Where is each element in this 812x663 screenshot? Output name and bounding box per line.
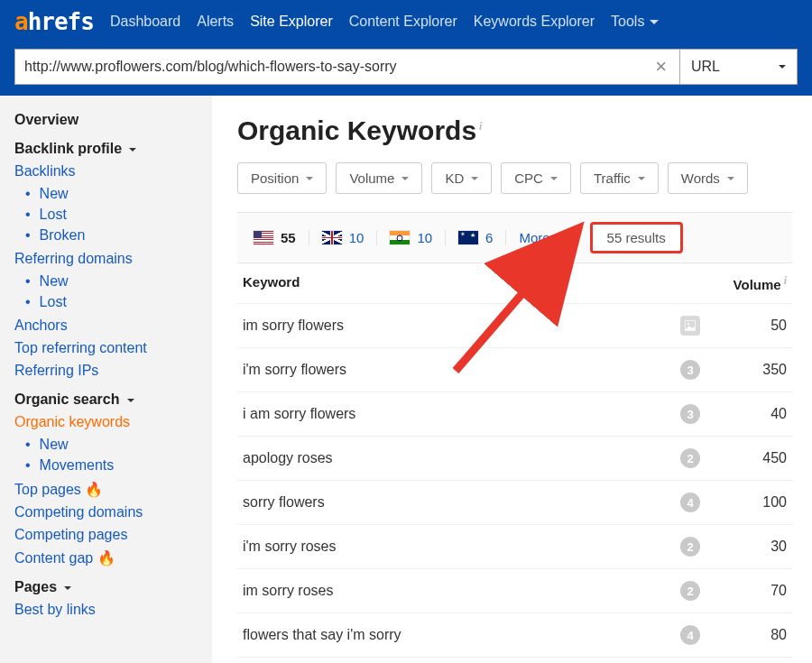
image-icon — [680, 316, 700, 336]
sidebar-referring-domains[interactable]: Referring domains — [14, 251, 198, 267]
sidebar-rd-new[interactable]: New — [25, 273, 198, 290]
sidebar-organic-keywords[interactable]: Organic keywords — [14, 414, 198, 430]
main-content: Organic Keywordsi Position Volume KD CPC… — [212, 96, 812, 663]
logo-a: a — [14, 8, 28, 35]
nav-alerts[interactable]: Alerts — [197, 14, 234, 30]
nav-site-explorer[interactable]: Site Explorer — [250, 14, 333, 30]
keyword-cell: i'm sorry flowers — [243, 362, 680, 378]
volume-cell: 30 — [724, 539, 787, 555]
sidebar-anchors[interactable]: Anchors — [14, 318, 198, 334]
flag-au-icon — [458, 231, 478, 244]
keyword-cell: flowers that say i'm sorry — [243, 627, 680, 643]
table-row[interactable]: flowers that mean i'm sorry470 — [237, 658, 792, 663]
keyword-cell: sorry flowers — [243, 494, 680, 511]
sidebar-top-ref-content[interactable]: Top referring content — [14, 340, 198, 356]
country-au[interactable]: 6 — [446, 230, 506, 245]
position-badge: 3 — [680, 360, 700, 380]
sidebar-overview[interactable]: Overview — [14, 112, 198, 128]
nav-keywords-explorer[interactable]: Keywords Explorer — [474, 14, 595, 30]
sidebar: Overview Backlink profile Backlinks New … — [0, 96, 212, 663]
table-row[interactable]: im sorry flowers50 — [237, 304, 792, 348]
sidebar-backlinks[interactable]: Backlinks — [14, 163, 198, 180]
position-badge: 4 — [680, 625, 700, 645]
sidebar-content-gap[interactable]: Content gap 🔥 — [14, 549, 198, 566]
table-row[interactable]: i'm sorry flowers3350 — [237, 348, 792, 392]
sidebar-best-by-links[interactable]: Best by links — [14, 602, 198, 618]
logo-rest: hrefs — [28, 8, 94, 35]
table-row[interactable]: sorry flowers4100 — [237, 481, 792, 525]
sidebar-competing-domains[interactable]: Competing domains — [14, 504, 198, 520]
filter-words[interactable]: Words — [668, 162, 748, 194]
sidebar-referring-ips[interactable]: Referring IPs — [14, 363, 198, 379]
url-input[interactable] — [24, 59, 651, 75]
flag-us-icon — [254, 231, 273, 244]
position-badge: 2 — [680, 448, 700, 468]
sidebar-ok-new[interactable]: New — [25, 437, 198, 453]
sidebar-backlink-profile[interactable]: Backlink profile — [14, 141, 198, 157]
country-gb-count: 10 — [349, 230, 364, 245]
sidebar-pages[interactable]: Pages — [14, 579, 198, 595]
filter-traffic[interactable]: Traffic — [580, 162, 659, 194]
sidebar-backlinks-lost[interactable]: Lost — [25, 207, 198, 223]
position-badge: 2 — [680, 581, 700, 601]
nav-tools[interactable]: Tools — [611, 14, 659, 30]
table-row[interactable]: apology roses2450 — [237, 437, 792, 481]
keyword-cell: i'm sorry roses — [243, 539, 680, 555]
mode-select-label: URL — [691, 59, 720, 75]
keyword-cell: im sorry roses — [243, 583, 680, 599]
sidebar-backlinks-new[interactable]: New — [25, 186, 198, 202]
position-badge: 2 — [680, 537, 700, 557]
page-title: Organic Keywordsi — [237, 115, 792, 146]
logo[interactable]: ahrefs — [14, 8, 94, 35]
table-row[interactable]: flowers that say i'm sorry480 — [237, 613, 792, 658]
nav-dashboard[interactable]: Dashboard — [110, 14, 180, 30]
filter-kd[interactable]: KD — [431, 162, 492, 194]
volume-cell: 50 — [724, 318, 787, 334]
col-keyword[interactable]: Keyword — [243, 274, 300, 292]
keyword-cell: apology roses — [243, 450, 680, 466]
sidebar-competing-pages[interactable]: Competing pages — [14, 527, 198, 543]
country-more[interactable]: More — [506, 230, 577, 245]
keyword-table-head: Keyword Volumei — [237, 263, 792, 304]
country-gb[interactable]: 10 — [309, 230, 378, 245]
position-badge: 4 — [680, 493, 700, 512]
filter-volume[interactable]: Volume — [336, 162, 422, 194]
url-input-wrap: × — [14, 49, 680, 85]
top-nav-bar: ahrefs Dashboard Alerts Site Explorer Co… — [0, 0, 812, 43]
sidebar-ok-movements[interactable]: Movements — [25, 457, 198, 474]
country-in[interactable]: 10 — [377, 230, 446, 245]
keyword-table: Keyword Volumei im sorry flowers50i'm so… — [237, 263, 792, 663]
results-count-box: 55 results — [590, 222, 683, 253]
sidebar-top-pages[interactable]: Top pages 🔥 — [14, 481, 198, 498]
info-icon[interactable]: i — [479, 120, 482, 133]
keyword-cell: i am sorry flowers — [243, 406, 680, 422]
country-au-count: 6 — [485, 230, 493, 245]
table-row[interactable]: i'm sorry roses230 — [237, 525, 792, 569]
filter-row: Position Volume KD CPC Traffic Words — [237, 162, 792, 194]
flag-in-icon — [390, 231, 410, 244]
mode-select[interactable]: URL — [680, 49, 798, 85]
filter-position[interactable]: Position — [237, 162, 327, 194]
sidebar-rd-lost[interactable]: Lost — [25, 294, 198, 310]
sidebar-organic-search[interactable]: Organic search — [14, 391, 198, 408]
info-icon[interactable]: i — [784, 274, 787, 287]
country-us[interactable]: 55 — [241, 230, 309, 245]
volume-cell: 100 — [724, 494, 787, 511]
volume-cell: 40 — [724, 406, 787, 422]
filter-cpc[interactable]: CPC — [501, 162, 571, 194]
col-volume[interactable]: Volumei — [734, 274, 787, 292]
volume-cell: 350 — [724, 362, 787, 378]
table-row[interactable]: i am sorry flowers340 — [237, 392, 792, 437]
volume-cell: 80 — [724, 627, 787, 643]
keyword-cell: im sorry flowers — [243, 318, 680, 334]
volume-cell: 70 — [724, 583, 787, 599]
sidebar-backlinks-broken[interactable]: Broken — [25, 227, 198, 244]
clear-url-icon[interactable]: × — [651, 55, 670, 78]
country-in-count: 10 — [417, 230, 432, 245]
svg-point-2 — [687, 323, 690, 326]
nav-content-explorer[interactable]: Content Explorer — [349, 14, 457, 30]
flag-gb-icon — [322, 231, 342, 244]
volume-cell: 450 — [724, 450, 787, 466]
table-row[interactable]: im sorry roses270 — [237, 569, 792, 613]
fire-icon: 🔥 — [97, 550, 115, 566]
